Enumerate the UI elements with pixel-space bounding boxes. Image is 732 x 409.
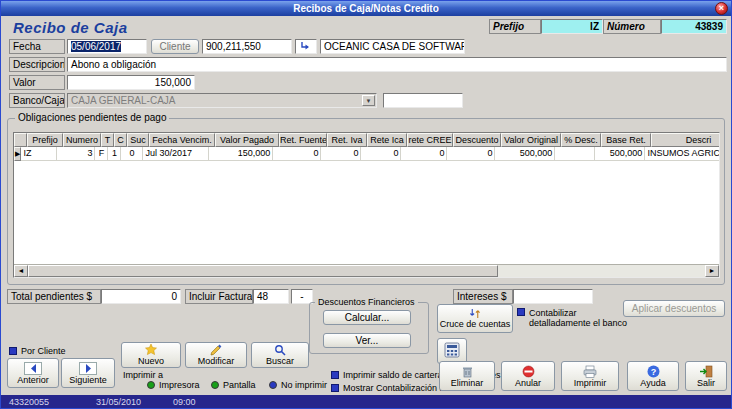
col-header-ret-fuente[interactable]: Ret. Fuente: [279, 133, 327, 147]
grid-header-row: Prefijo Numero T C Suc Fecha Vencim. Val…: [14, 133, 719, 147]
scrollbar-thumb[interactable]: [28, 265, 498, 277]
cell-suc: 0: [121, 147, 143, 161]
numero-value[interactable]: 43839: [661, 19, 727, 34]
nuevo-button[interactable]: Nuevo: [121, 342, 181, 368]
ayuda-label: Ayuda: [640, 379, 665, 388]
intereses-label: Intereses $: [453, 289, 513, 304]
col-header-fecha-vencim[interactable]: Fecha Vencim.: [149, 133, 215, 147]
eliminar-button[interactable]: Eliminar: [439, 361, 495, 391]
col-header-numero[interactable]: Numero: [63, 133, 101, 147]
contabilizar-label: Contabilizar detalladamente el banco: [529, 308, 635, 328]
svg-text:?: ?: [650, 366, 656, 376]
salir-button[interactable]: Salir: [685, 361, 727, 391]
title-bar: Recibos de Caja/Notas Credito ×: [1, 1, 731, 16]
fecha-input[interactable]: 05/06/2017: [67, 39, 147, 54]
fecha-value: 05/06/2017: [71, 41, 121, 52]
col-header-suc[interactable]: Suc: [127, 133, 149, 147]
calculator-icon: [444, 342, 460, 358]
table-row[interactable]: ▶ IZ 3 F 1 0 Jul 30/2017 150,000 0 0 0 0…: [14, 147, 719, 161]
banco-caja-label: Banco/Caja: [9, 93, 65, 108]
descuentos-group-title: Descuentos Financieros: [315, 297, 418, 307]
ayuda-button[interactable]: ? Ayuda: [627, 361, 679, 391]
status-time: 09:00: [173, 397, 196, 407]
modificar-button[interactable]: Modificar: [185, 342, 247, 368]
cell-valor-pagado: 150,000: [209, 147, 273, 161]
aplicar-descuentos-button[interactable]: Aplicar descuentos: [623, 300, 725, 317]
obligaciones-grid: Prefijo Numero T C Suc Fecha Vencim. Val…: [13, 132, 720, 278]
valor-label: Valor: [9, 75, 65, 90]
obligaciones-group-title: Obligaciones pendientes de pago: [15, 112, 169, 123]
checkbox-icon: [517, 308, 525, 316]
col-header-pct-desc[interactable]: % Desc.: [561, 133, 601, 147]
pencil-icon: [210, 344, 222, 356]
scroll-left-icon[interactable]: ◄: [14, 265, 28, 277]
cell-numero: 3: [57, 147, 95, 161]
scroll-right-icon[interactable]: ►: [705, 265, 719, 277]
valor-input[interactable]: 150,000: [67, 75, 195, 90]
next-arrow-icon: [79, 362, 97, 375]
incluir-factura-input[interactable]: 48: [253, 289, 289, 304]
intereses-input[interactable]: [513, 289, 593, 304]
close-icon[interactable]: ×: [715, 2, 728, 15]
calcular-button[interactable]: Calcular...: [323, 310, 411, 325]
cliente-lookup-button[interactable]: [295, 39, 317, 54]
cliente-id-input[interactable]: 900,211,550: [202, 39, 292, 54]
cruce-cuentas-button[interactable]: Cruce de cuentas: [437, 304, 513, 333]
anterior-label: Anterior: [17, 376, 49, 385]
radio-no-imprimir[interactable]: No imprimir: [269, 380, 327, 390]
banco-caja-value: CAJA GENERAL-CAJA: [71, 95, 175, 106]
lookup-arrow-icon: [300, 40, 312, 52]
cliente-button[interactable]: Cliente: [151, 39, 199, 54]
total-pendientes-input[interactable]: 0: [101, 289, 181, 304]
prefijo-value[interactable]: IZ: [541, 19, 603, 34]
nuevo-label: Nuevo: [138, 357, 164, 366]
no-entry-icon: [522, 365, 535, 378]
exit-icon: [699, 365, 713, 378]
status-bar: 43320055 31/05/2010 09:00: [1, 395, 731, 408]
col-header-c[interactable]: C: [114, 133, 127, 147]
cell-pct-desc: [555, 147, 595, 161]
search-icon: [274, 344, 286, 356]
col-header-descuento[interactable]: Descuento: [453, 133, 501, 147]
banco-extra-input[interactable]: [383, 93, 463, 108]
help-icon: ?: [647, 365, 660, 378]
printer-icon: [583, 365, 597, 378]
radio-impresora[interactable]: Impresora: [147, 380, 200, 390]
col-header-base-ret[interactable]: Base Ret.: [601, 133, 651, 147]
por-cliente-checkbox[interactable]: Por Cliente: [9, 346, 99, 356]
imprimir-a-label: Imprimir a: [123, 370, 163, 380]
col-header-t[interactable]: T: [101, 133, 114, 147]
radio-pantalla[interactable]: Pantalla: [211, 380, 256, 390]
anterior-button[interactable]: Anterior: [7, 358, 59, 388]
radio-icon: [147, 381, 155, 389]
banco-caja-select[interactable]: CAJA GENERAL-CAJA ▼: [67, 93, 377, 108]
col-header-rete-ica[interactable]: Rete Ica: [367, 133, 407, 147]
grid-corner: [14, 133, 27, 147]
col-header-valor-pagado[interactable]: Valor Pagado: [215, 133, 279, 147]
eliminar-label: Eliminar: [451, 379, 484, 388]
col-header-rete-cree[interactable]: rete CREE: [407, 133, 453, 147]
scrollbar-track[interactable]: [498, 265, 705, 277]
horizontal-scrollbar[interactable]: ◄ ►: [14, 264, 719, 277]
descripcion-input[interactable]: Abono a obligación: [67, 57, 727, 72]
col-header-ret-iva[interactable]: Ret. Iva: [327, 133, 367, 147]
cliente-name-input[interactable]: OCEANIC CASA DE SOFTWARE LTDA: [320, 39, 465, 54]
app-window: Recibos de Caja/Notas Credito × Recibo d…: [0, 0, 732, 409]
chevron-down-icon[interactable]: ▼: [362, 95, 375, 106]
siguiente-button[interactable]: Siguiente: [61, 358, 115, 388]
contabilizar-checkbox[interactable]: Contabilizar detalladamente el banco: [517, 308, 635, 328]
cell-t: F: [95, 147, 108, 161]
col-header-descripcion[interactable]: Descri: [651, 133, 720, 147]
salir-label: Salir: [697, 379, 715, 388]
cruce-cuentas-icon: [468, 308, 482, 319]
imprimir-button[interactable]: Imprimir: [561, 361, 619, 391]
total-pendientes-label: Total pendientes $: [7, 289, 101, 304]
col-header-valor-original[interactable]: Valor Original: [501, 133, 561, 147]
status-date: 31/05/2010: [96, 397, 141, 407]
ver-button[interactable]: Ver...: [323, 333, 411, 348]
cell-rete-cree: 0: [401, 147, 447, 161]
anular-button[interactable]: Anular: [501, 361, 555, 391]
page-title: Recibo de Caja: [13, 19, 128, 36]
col-header-prefijo[interactable]: Prefijo: [27, 133, 63, 147]
buscar-button[interactable]: Buscar: [251, 342, 309, 368]
